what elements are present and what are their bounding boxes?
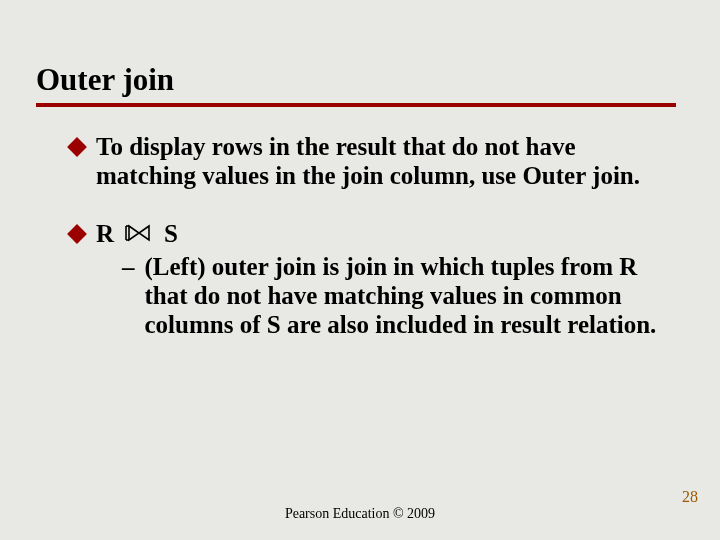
title-underline bbox=[36, 103, 676, 107]
diamond-bullet-icon bbox=[67, 137, 87, 157]
bullet-item: To display rows in the result that do no… bbox=[70, 132, 680, 191]
join-expression: R S bbox=[96, 219, 680, 248]
bullet-text: R S – (Left) o bbox=[96, 219, 680, 340]
operand-left: R bbox=[96, 219, 114, 248]
bullet-text: To display rows in the result that do no… bbox=[96, 132, 680, 191]
page-number: 28 bbox=[682, 488, 698, 506]
dash-bullet-icon: – bbox=[122, 252, 135, 281]
title-block: Outer join bbox=[36, 62, 676, 107]
sub-bullet: – (Left) outer join is join in which tup… bbox=[122, 252, 680, 340]
operand-right: S bbox=[164, 219, 178, 248]
bullet-item: R S – (Left) o bbox=[70, 219, 680, 340]
left-outer-join-icon bbox=[124, 223, 154, 243]
slide: Outer join To display rows in the result… bbox=[0, 0, 720, 540]
sub-bullet-text: (Left) outer join is join in which tuple… bbox=[145, 252, 681, 340]
footer-text: Pearson Education © 2009 bbox=[0, 506, 720, 522]
diamond-bullet-icon bbox=[67, 224, 87, 244]
slide-body: To display rows in the result that do no… bbox=[70, 132, 680, 340]
slide-title: Outer join bbox=[36, 62, 676, 103]
